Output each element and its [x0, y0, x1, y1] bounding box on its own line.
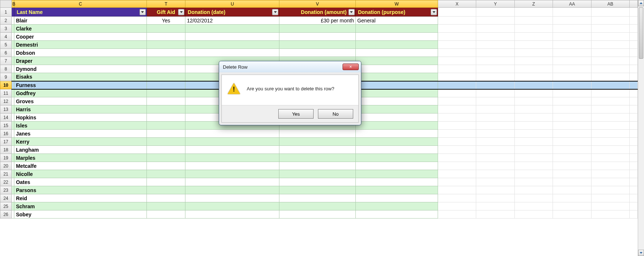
- cell[interactable]: [476, 146, 514, 154]
- cell[interactable]: [591, 89, 629, 97]
- cell[interactable]: [514, 130, 553, 138]
- cell[interactable]: [553, 65, 591, 73]
- cell[interactable]: [438, 57, 476, 65]
- cell-last-name[interactable]: Oates: [14, 178, 146, 186]
- cell[interactable]: [591, 170, 629, 178]
- cell[interactable]: [629, 170, 637, 178]
- cell-donation-purpose[interactable]: [355, 122, 438, 130]
- cell-last-name[interactable]: Janes: [14, 130, 146, 138]
- cell-b[interactable]: [11, 178, 14, 186]
- cell-donation-amount[interactable]: [279, 41, 356, 49]
- cell-donation-purpose[interactable]: [355, 138, 438, 146]
- scroll-up-button[interactable]: [638, 0, 644, 6]
- cell[interactable]: [514, 113, 553, 122]
- cell-donation-amount[interactable]: [279, 130, 356, 138]
- cell[interactable]: [629, 162, 637, 170]
- cell-gift-aid[interactable]: [146, 41, 185, 49]
- cell-gift-aid[interactable]: [146, 113, 185, 122]
- cell[interactable]: [629, 17, 637, 25]
- cell[interactable]: [591, 122, 629, 130]
- cell[interactable]: [629, 97, 637, 105]
- header-last-name[interactable]: Last Name: [14, 8, 146, 17]
- cell[interactable]: [591, 105, 629, 113]
- cell[interactable]: [629, 57, 637, 65]
- cell-donation-date[interactable]: [185, 178, 279, 186]
- cell[interactable]: [629, 130, 637, 138]
- dialog-no-button[interactable]: No: [318, 109, 353, 119]
- cell[interactable]: [629, 73, 637, 81]
- cell[interactable]: [514, 186, 553, 194]
- cell-donation-purpose[interactable]: [355, 97, 438, 105]
- cell[interactable]: [591, 41, 629, 49]
- cell[interactable]: [476, 154, 514, 162]
- cell-donation-date[interactable]: [185, 138, 279, 146]
- cell[interactable]: [476, 113, 514, 122]
- cell-last-name[interactable]: Kerry: [14, 138, 146, 146]
- row-number[interactable]: 24: [0, 194, 12, 202]
- cell-last-name[interactable]: Groves: [14, 97, 146, 105]
- cell-donation-purpose[interactable]: [355, 154, 438, 162]
- cell[interactable]: [591, 202, 629, 210]
- cell[interactable]: [629, 81, 637, 89]
- row-number[interactable]: 10: [0, 81, 12, 89]
- cell[interactable]: [553, 33, 591, 41]
- cell-donation-amount[interactable]: [279, 186, 356, 194]
- col-header-b[interactable]: B: [11, 0, 14, 8]
- cell-donation-purpose[interactable]: [355, 89, 438, 97]
- cell-last-name[interactable]: Marples: [14, 154, 146, 162]
- cell-last-name[interactable]: Clarke: [14, 25, 146, 33]
- cell[interactable]: [591, 186, 629, 194]
- col-header-w[interactable]: W: [355, 0, 438, 8]
- cell[interactable]: [629, 138, 637, 146]
- cell[interactable]: [476, 81, 514, 89]
- cell[interactable]: [476, 202, 514, 210]
- cell[interactable]: [553, 41, 591, 49]
- cell-b[interactable]: [11, 122, 14, 130]
- vertical-scrollbar[interactable]: [638, 0, 644, 256]
- cell[interactable]: [553, 178, 591, 186]
- cell-donation-purpose[interactable]: [355, 130, 438, 138]
- filter-button-donation-amount[interactable]: [348, 9, 355, 15]
- cell[interactable]: [476, 178, 514, 186]
- cell[interactable]: [476, 105, 514, 113]
- cell[interactable]: [553, 154, 591, 162]
- cell[interactable]: [591, 33, 629, 41]
- cell[interactable]: [629, 8, 637, 17]
- cell-gift-aid[interactable]: [146, 57, 185, 65]
- cell[interactable]: [476, 17, 514, 25]
- cell[interactable]: [514, 210, 553, 219]
- cell-gift-aid[interactable]: [146, 186, 185, 194]
- cell[interactable]: [438, 41, 476, 49]
- cell-donation-amount[interactable]: [279, 194, 356, 202]
- cell-donation-date[interactable]: [185, 194, 279, 202]
- cell-b[interactable]: [11, 57, 14, 65]
- cell-gift-aid[interactable]: [146, 170, 185, 178]
- cell-donation-purpose[interactable]: General: [355, 17, 438, 25]
- cell[interactable]: [476, 65, 514, 73]
- cell-donation-date[interactable]: [185, 49, 279, 57]
- cell-donation-purpose[interactable]: [355, 49, 438, 57]
- row-number[interactable]: 23: [0, 186, 12, 194]
- cell[interactable]: [553, 186, 591, 194]
- row-number[interactable]: 12: [0, 97, 12, 105]
- cell[interactable]: [438, 25, 476, 33]
- cell-donation-date[interactable]: [185, 170, 279, 178]
- cell[interactable]: [629, 202, 637, 210]
- row-number[interactable]: 5: [0, 41, 12, 49]
- cell-b[interactable]: [11, 33, 14, 41]
- cell[interactable]: [514, 25, 553, 33]
- cell-donation-purpose[interactable]: [355, 65, 438, 73]
- cell[interactable]: [476, 89, 514, 97]
- cell-donation-date[interactable]: [185, 130, 279, 138]
- cell[interactable]: [629, 65, 637, 73]
- cell[interactable]: [476, 130, 514, 138]
- cell-donation-amount[interactable]: [279, 49, 356, 57]
- cell-b[interactable]: [11, 210, 14, 219]
- cell[interactable]: [591, 8, 629, 17]
- cell-donation-date[interactable]: [185, 33, 279, 41]
- row-number[interactable]: 22: [0, 178, 12, 186]
- cell[interactable]: [438, 154, 476, 162]
- cell[interactable]: [553, 49, 591, 57]
- header-donation-date[interactable]: Donation (date): [185, 8, 279, 17]
- cell-donation-amount[interactable]: [279, 210, 356, 219]
